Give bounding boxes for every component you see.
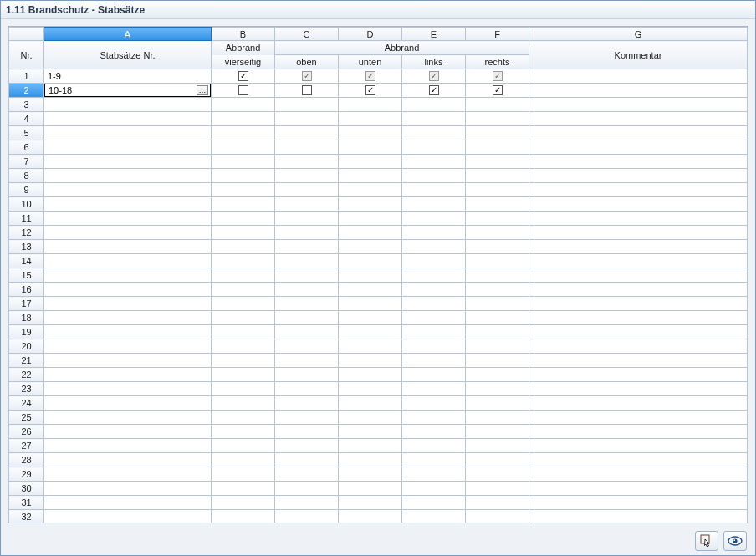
empty-cell[interactable] bbox=[339, 411, 402, 425]
empty-cell[interactable] bbox=[529, 197, 748, 212]
empty-cell[interactable] bbox=[275, 411, 339, 425]
empty-cell[interactable] bbox=[402, 268, 466, 283]
row-number[interactable]: 18 bbox=[9, 311, 44, 325]
empty-cell[interactable] bbox=[44, 169, 212, 183]
empty-cell[interactable] bbox=[44, 283, 212, 297]
empty-cell[interactable] bbox=[466, 98, 529, 112]
empty-cell[interactable] bbox=[466, 467, 529, 482]
table-row[interactable]: 15 bbox=[9, 268, 748, 283]
empty-cell[interactable] bbox=[275, 396, 339, 411]
empty-cell[interactable] bbox=[466, 325, 529, 339]
row-number[interactable]: 2 bbox=[9, 84, 44, 98]
cell-rechts[interactable]: ✓ bbox=[466, 84, 529, 98]
empty-cell[interactable] bbox=[402, 283, 466, 297]
row-number[interactable]: 7 bbox=[9, 155, 44, 169]
cell-stabsaetze[interactable]: 1-9 bbox=[44, 69, 212, 84]
empty-cell[interactable] bbox=[339, 98, 402, 112]
empty-cell[interactable] bbox=[339, 240, 402, 254]
empty-cell[interactable] bbox=[402, 339, 466, 354]
table-row[interactable]: 10 bbox=[9, 197, 748, 212]
empty-cell[interactable] bbox=[212, 283, 275, 297]
table-row[interactable]: 12 bbox=[9, 226, 748, 240]
empty-cell[interactable] bbox=[339, 325, 402, 339]
col-header-a[interactable]: A bbox=[44, 28, 212, 41]
empty-cell[interactable] bbox=[466, 297, 529, 311]
empty-cell[interactable] bbox=[466, 240, 529, 254]
empty-cell[interactable] bbox=[44, 311, 212, 325]
empty-cell[interactable] bbox=[275, 425, 339, 439]
empty-cell[interactable] bbox=[275, 311, 339, 325]
empty-cell[interactable] bbox=[529, 510, 748, 524]
empty-cell[interactable] bbox=[212, 140, 275, 155]
empty-cell[interactable] bbox=[529, 155, 748, 169]
empty-cell[interactable] bbox=[339, 496, 402, 510]
empty-cell[interactable] bbox=[529, 368, 748, 382]
empty-cell[interactable] bbox=[529, 339, 748, 354]
empty-cell[interactable] bbox=[275, 496, 339, 510]
cell-kommentar[interactable] bbox=[529, 84, 748, 98]
empty-cell[interactable] bbox=[275, 155, 339, 169]
cell-unten[interactable]: ✓ bbox=[339, 84, 402, 98]
empty-cell[interactable] bbox=[44, 411, 212, 425]
empty-cell[interactable] bbox=[275, 169, 339, 183]
empty-cell[interactable] bbox=[339, 368, 402, 382]
table-row[interactable]: 24 bbox=[9, 396, 748, 411]
empty-cell[interactable] bbox=[402, 254, 466, 268]
empty-cell[interactable] bbox=[212, 425, 275, 439]
empty-cell[interactable] bbox=[529, 240, 748, 254]
empty-cell[interactable] bbox=[44, 183, 212, 197]
row-number[interactable]: 26 bbox=[9, 425, 44, 439]
table-row[interactable]: 14 bbox=[9, 254, 748, 268]
empty-cell[interactable] bbox=[466, 155, 529, 169]
header-abbrand-vierseitig-line2[interactable]: vierseitig bbox=[212, 55, 275, 69]
row-number[interactable]: 20 bbox=[9, 339, 44, 354]
empty-cell[interactable] bbox=[275, 240, 339, 254]
empty-cell[interactable] bbox=[402, 240, 466, 254]
empty-cell[interactable] bbox=[402, 169, 466, 183]
empty-cell[interactable] bbox=[339, 169, 402, 183]
empty-cell[interactable] bbox=[466, 126, 529, 140]
empty-cell[interactable] bbox=[402, 197, 466, 212]
table-row[interactable]: 4 bbox=[9, 112, 748, 126]
empty-cell[interactable] bbox=[212, 467, 275, 482]
empty-cell[interactable] bbox=[275, 140, 339, 155]
empty-cell[interactable] bbox=[529, 283, 748, 297]
col-header-b[interactable]: B bbox=[212, 28, 275, 41]
header-links[interactable]: links bbox=[402, 55, 466, 69]
empty-cell[interactable] bbox=[275, 98, 339, 112]
table-row[interactable]: 26 bbox=[9, 425, 748, 439]
empty-cell[interactable] bbox=[212, 482, 275, 496]
empty-cell[interactable] bbox=[529, 439, 748, 453]
empty-cell[interactable] bbox=[529, 98, 748, 112]
empty-cell[interactable] bbox=[529, 382, 748, 396]
empty-cell[interactable] bbox=[339, 339, 402, 354]
table-row[interactable]: 11 bbox=[9, 212, 748, 226]
empty-cell[interactable] bbox=[44, 382, 212, 396]
header-abbrand-vierseitig-line1[interactable]: Abbrand bbox=[212, 41, 275, 55]
empty-cell[interactable] bbox=[212, 183, 275, 197]
table-row[interactable]: 21 bbox=[9, 354, 748, 368]
empty-cell[interactable] bbox=[402, 155, 466, 169]
empty-cell[interactable] bbox=[275, 197, 339, 212]
empty-cell[interactable] bbox=[339, 183, 402, 197]
row-number[interactable]: 23 bbox=[9, 382, 44, 396]
row-number[interactable]: 30 bbox=[9, 482, 44, 496]
table-row[interactable]: 8 bbox=[9, 169, 748, 183]
empty-cell[interactable] bbox=[339, 197, 402, 212]
empty-cell[interactable] bbox=[466, 140, 529, 155]
empty-cell[interactable] bbox=[44, 112, 212, 126]
empty-cell[interactable] bbox=[44, 482, 212, 496]
cell-stabsaetze[interactable]: 10-18… bbox=[44, 84, 212, 98]
table-row[interactable]: 210-18…✓✓✓ bbox=[9, 84, 748, 98]
empty-cell[interactable] bbox=[529, 411, 748, 425]
empty-cell[interactable] bbox=[529, 453, 748, 467]
corner-cell[interactable] bbox=[9, 28, 44, 41]
empty-cell[interactable] bbox=[529, 482, 748, 496]
table-row[interactable]: 11-9✓✓✓✓✓ bbox=[9, 69, 748, 84]
table-row[interactable]: 29 bbox=[9, 467, 748, 482]
empty-cell[interactable] bbox=[339, 510, 402, 524]
empty-cell[interactable] bbox=[44, 425, 212, 439]
cell-links[interactable]: ✓ bbox=[402, 84, 466, 98]
empty-cell[interactable] bbox=[212, 268, 275, 283]
row-number[interactable]: 31 bbox=[9, 496, 44, 510]
